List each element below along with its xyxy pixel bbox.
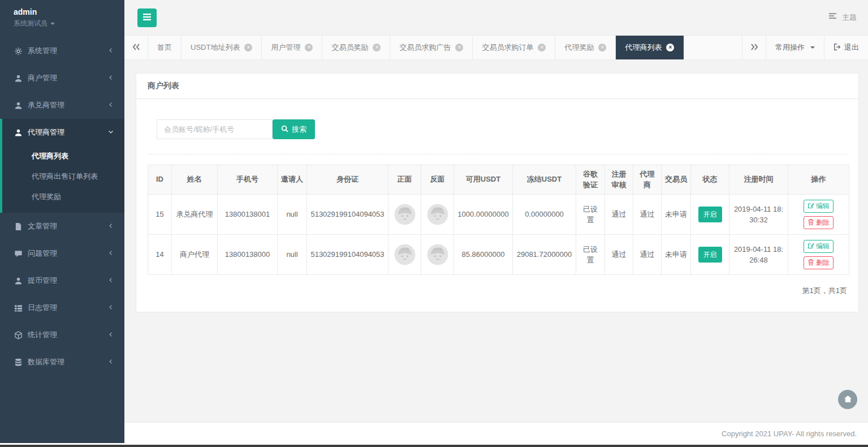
tabs-scroll-right-button[interactable] (742, 36, 766, 59)
sidebar-subitem-1[interactable]: 代理商出售订单列表 (2, 166, 124, 187)
panel-body: 搜索 ID姓名手机号邀请人身份证正面反面可用USDT冻结USDT谷歌验证注册审核… (136, 99, 858, 312)
tab-1[interactable]: USDT地址列表× (182, 36, 262, 59)
sidebar-item-8[interactable]: 统计管理 (0, 321, 124, 349)
idcard-front-image[interactable]: 证件照 (394, 209, 416, 218)
sidebar-item-label: 代理商管理 (28, 127, 107, 137)
edit-icon (807, 242, 814, 251)
edit-button-label: 编辑 (816, 242, 830, 251)
user-icon (14, 74, 23, 83)
sidebar-item-6[interactable]: 提币管理 (0, 267, 124, 294)
sidebar-nav: 系统管理商户管理承兑商管理代理商管理代理商列表代理商出售订单列表代理奖励文章管理… (0, 37, 124, 376)
sidebar-item-4[interactable]: 文章管理 (0, 213, 124, 240)
sidebar-item-5[interactable]: 问题管理 (0, 240, 124, 267)
edit-button[interactable]: 编辑 (804, 240, 834, 253)
pagination-info: 第1页，共1页 (148, 286, 847, 296)
column-header-9: 谷歌验证 (576, 165, 605, 195)
chevron-left-icon (107, 250, 114, 258)
idcard-back-image[interactable]: 证件照 (427, 209, 448, 218)
common-operations-dropdown[interactable]: 常用操作 (766, 36, 824, 59)
user-icon (14, 128, 23, 137)
user-role-dropdown[interactable]: 系统测试员 (14, 19, 124, 28)
sidebar-submenu: 代理商列表代理商出售订单列表代理奖励 (2, 146, 124, 213)
column-header-2: 手机号 (218, 165, 278, 195)
cell-reg-audit: 通过 (605, 195, 633, 235)
back-to-top-button[interactable] (838, 390, 857, 409)
close-tab-icon[interactable]: × (598, 44, 606, 51)
sidebar-item-9[interactable]: 数据库管理 (0, 349, 124, 376)
user-icon (14, 277, 23, 285)
sidebar-subitem-0[interactable]: 代理商列表 (2, 146, 124, 166)
sidebar-group-5: 问题管理 (0, 240, 124, 267)
cell-trader: 未申请 (662, 195, 691, 235)
sidebar-item-label: 文章管理 (28, 221, 107, 231)
sidebar-toggle-button[interactable] (137, 8, 157, 27)
sidebar-item-label: 统计管理 (28, 330, 107, 340)
sidebar-item-label: 问题管理 (28, 248, 107, 259)
tab-label: 代理奖励 (564, 42, 594, 53)
delete-button[interactable]: 删除 (804, 256, 834, 269)
cell-usdt-frozen: 29081.72000000 (513, 235, 576, 275)
tab-5[interactable]: 交易员求购订单× (473, 36, 555, 59)
sidebar-group-0: 系统管理 (0, 37, 124, 65)
sidebar-subitem-2[interactable]: 代理奖励 (2, 187, 124, 207)
common-operations-label: 常用操作 (775, 42, 805, 53)
tab-6[interactable]: 代理奖励× (555, 36, 616, 59)
user-icon (14, 101, 23, 110)
edit-button[interactable]: 编辑 (804, 200, 834, 213)
logout-icon (834, 43, 841, 53)
idcard-front-image[interactable]: 证件照 (394, 250, 416, 258)
status-badge[interactable]: 开启 (698, 207, 722, 222)
cell-id: 14 (148, 235, 172, 275)
logout-button[interactable]: 退出 (824, 36, 868, 59)
sidebar-item-7[interactable]: 日志管理 (0, 294, 124, 321)
cell-inviter: null (278, 195, 307, 235)
chevron-left-icon (107, 222, 114, 231)
close-tab-icon[interactable]: × (305, 44, 313, 51)
tab-label: 代理商列表 (625, 42, 662, 53)
close-tab-icon[interactable]: × (244, 44, 252, 51)
sidebar-group-7: 日志管理 (0, 294, 124, 321)
search-button[interactable]: 搜索 (273, 119, 315, 139)
caret-down-icon (810, 46, 815, 49)
theme-button[interactable]: 主题 (829, 12, 857, 23)
home-icon (844, 395, 852, 405)
user-role-label: 系统测试员 (14, 19, 47, 27)
sidebar-item-label: 承兑商管理 (28, 100, 107, 110)
chevron-left-icon (107, 47, 114, 55)
delete-button[interactable]: 删除 (804, 216, 834, 229)
status-badge[interactable]: 开启 (698, 247, 722, 263)
sidebar-item-3[interactable]: 代理商管理 (2, 119, 124, 146)
close-tab-icon[interactable]: × (373, 44, 381, 51)
close-tab-icon[interactable]: × (666, 44, 674, 51)
column-header-10: 注册审核 (605, 165, 633, 195)
tab-7[interactable]: 代理商列表× (616, 36, 684, 59)
sidebar-item-1[interactable]: 商户管理 (0, 65, 124, 92)
divider (148, 154, 847, 154)
tab-label: 用户管理 (271, 42, 300, 53)
tab-3[interactable]: 交易员奖励× (322, 36, 390, 59)
column-header-12: 交易员 (662, 165, 691, 195)
cell-name: 商户代理 (172, 235, 218, 275)
comment-icon (14, 250, 23, 258)
sidebar-item-2[interactable]: 承兑商管理 (0, 92, 124, 119)
search-button-label: 搜索 (292, 124, 306, 135)
tab-4[interactable]: 交易员求购广告× (390, 36, 473, 59)
sidebar-group-9: 数据库管理 (0, 349, 124, 376)
sidebar-group-6: 提币管理 (0, 267, 124, 294)
svg-text:证件照: 证件照 (400, 247, 409, 251)
search-input[interactable] (157, 119, 273, 139)
sidebar-item-0[interactable]: 系统管理 (0, 37, 124, 65)
tabs-scroll-left-button[interactable] (124, 36, 148, 59)
cell-usdt-available: 85.86000000 (454, 235, 513, 275)
close-tab-icon[interactable]: × (538, 44, 546, 51)
tab-2[interactable]: 用户管理× (262, 36, 322, 59)
cell-id-card: 513029199104094053 (307, 235, 388, 275)
table-header-row: ID姓名手机号邀请人身份证正面反面可用USDT冻结USDT谷歌验证注册审核代理商… (148, 165, 849, 195)
cell-status: 开启 (691, 195, 729, 235)
svg-text:证件照: 证件照 (433, 247, 442, 251)
tab-0[interactable]: 首页 (148, 36, 182, 59)
idcard-back-image[interactable]: 证件照 (427, 250, 448, 258)
svg-text:证件照: 证件照 (400, 207, 409, 210)
column-header-7: 可用USDT (454, 165, 513, 195)
close-tab-icon[interactable]: × (455, 44, 463, 51)
